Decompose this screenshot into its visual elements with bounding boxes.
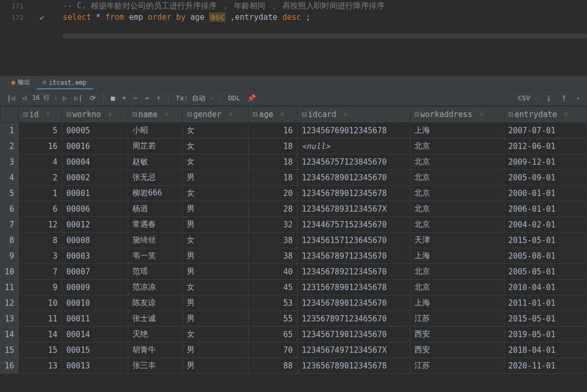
remove-row-icon[interactable]: −: [132, 94, 139, 102]
cell-idcard[interactable]: 123456719012345670: [297, 327, 410, 342]
cell-age[interactable]: 45: [249, 280, 298, 295]
ddl-button[interactable]: DDL: [227, 94, 242, 102]
sort-handle-icon[interactable]: ÷: [223, 110, 233, 119]
cell-entrydate[interactable]: 2004-02-01: [504, 217, 586, 233]
column-header-id[interactable]: ⊟id ÷: [19, 107, 62, 123]
column-header-age[interactable]: ⊟age ÷: [249, 107, 298, 123]
cell-idcard[interactable]: 123567897123465670: [297, 311, 410, 327]
table-row[interactable]: 11900009范凉凉女45123156789012345678北京2010-0…: [1, 280, 587, 295]
tab-output[interactable]: ▣ 输出: [5, 76, 37, 90]
cell-name[interactable]: 杨逍: [128, 201, 182, 217]
result-table[interactable]: ⊟id ÷⊟workno ÷⊟name ÷⊟gender ÷⊟age ÷⊟idc…: [0, 106, 587, 374]
cell-workaddress[interactable]: 北京: [410, 154, 504, 170]
cell-name[interactable]: 范瑶: [128, 264, 182, 280]
cell-name[interactable]: 黛绮丝: [128, 233, 182, 248]
cell-idcard[interactable]: 12345674971234567X: [297, 342, 410, 358]
cell-gender[interactable]: 男: [183, 217, 249, 233]
cell-age[interactable]: 28: [249, 201, 298, 217]
next-page-icon[interactable]: ▷: [61, 94, 69, 102]
cell-gender[interactable]: 男: [183, 311, 249, 327]
cell-gender[interactable]: 女: [183, 154, 249, 170]
cell-name[interactable]: 陈友谅: [128, 295, 182, 311]
cell-name[interactable]: 范凉凉: [128, 280, 182, 295]
cell-entrydate[interactable]: 2005-05-01: [504, 264, 586, 280]
cell-id[interactable]: 11: [19, 311, 62, 327]
cell-gender[interactable]: 男: [183, 248, 249, 264]
cell-workaddress[interactable]: 江苏: [410, 358, 504, 374]
cell-workno[interactable]: 00011: [62, 311, 128, 327]
prev-page-icon[interactable]: ◁: [21, 94, 28, 102]
column-header-name[interactable]: ⊟name ÷: [128, 107, 182, 123]
cell-entrydate[interactable]: 2000-01-01: [504, 186, 586, 201]
cell-age[interactable]: 38: [249, 233, 298, 248]
cell-workaddress[interactable]: 上海: [410, 123, 504, 139]
cell-age[interactable]: 40: [249, 264, 298, 280]
column-header-workno[interactable]: ⊟workno ÷: [62, 107, 128, 123]
table-row[interactable]: 3400004赵敏女18123456757123845670北京2009-12-…: [1, 154, 587, 170]
cell-id[interactable]: 3: [19, 248, 62, 264]
table-row[interactable]: 4200002张无忌男18123456789012345670北京2005-09…: [1, 170, 587, 186]
cell-workno[interactable]: 00003: [62, 248, 128, 264]
table-row[interactable]: 9300003韦一笑男38123456789712345670上海2005-08…: [1, 248, 587, 264]
cell-workaddress[interactable]: 上海: [410, 295, 504, 311]
cell-workno[interactable]: 00015: [62, 342, 128, 358]
cell-workno[interactable]: 00005: [62, 123, 128, 139]
cell-age[interactable]: 20: [249, 186, 298, 201]
cell-name[interactable]: 赵敏: [128, 154, 182, 170]
cell-gender[interactable]: 女: [183, 233, 249, 248]
sort-handle-icon[interactable]: ÷: [338, 110, 348, 119]
cell-workno[interactable]: 00004: [62, 154, 128, 170]
upload-icon[interactable]: ⭱: [559, 94, 569, 102]
cell-name[interactable]: 小昭: [128, 123, 182, 139]
cell-gender[interactable]: 女: [183, 327, 249, 342]
cell-id[interactable]: 1: [19, 186, 62, 201]
export-format-dropdown[interactable]: CSV ▾: [516, 94, 539, 102]
cell-workno[interactable]: 00012: [62, 217, 128, 233]
cell-entrydate[interactable]: 2015-05-01: [504, 311, 586, 327]
column-header-gender[interactable]: ⊟gender ÷: [183, 107, 249, 123]
cell-idcard[interactable]: <null>: [297, 139, 410, 154]
cell-entrydate[interactable]: 2020-11-01: [504, 358, 586, 374]
cell-gender[interactable]: 女: [183, 139, 249, 154]
cell-name[interactable]: 张士诚: [128, 311, 182, 327]
first-page-icon[interactable]: |◁: [5, 94, 17, 102]
sort-handle-icon[interactable]: ÷: [103, 110, 112, 119]
cell-id[interactable]: 4: [19, 154, 62, 170]
cell-workno[interactable]: 00007: [62, 264, 128, 280]
cell-idcard[interactable]: 123156789012345678: [297, 280, 410, 295]
cell-workaddress[interactable]: 北京: [410, 201, 504, 217]
cell-workaddress[interactable]: 北京: [410, 186, 504, 201]
cell-workno[interactable]: 00014: [62, 327, 128, 342]
cell-workaddress[interactable]: 北京: [410, 139, 504, 154]
table-row[interactable]: 8800008黛绮丝女38123456157123645670天津2015-05…: [1, 233, 587, 248]
cell-gender[interactable]: 女: [183, 123, 249, 139]
cell-id[interactable]: 15: [19, 342, 62, 358]
cell-gender[interactable]: 男: [183, 170, 249, 186]
cell-entrydate[interactable]: 2015-05-01: [504, 233, 586, 248]
cell-age[interactable]: 38: [249, 248, 298, 264]
cell-age[interactable]: 16: [249, 123, 298, 139]
sort-handle-icon[interactable]: ÷: [275, 110, 285, 119]
cell-workaddress[interactable]: 江苏: [410, 311, 504, 327]
cell-workaddress[interactable]: 西安: [410, 342, 504, 358]
horizontal-scrollbar[interactable]: [63, 33, 587, 39]
cell-name[interactable]: 周芷若: [128, 139, 182, 154]
cell-idcard[interactable]: 123656789012345678: [297, 358, 410, 374]
cell-entrydate[interactable]: 2018-04-01: [504, 342, 586, 358]
cell-idcard[interactable]: 123456789712345670: [297, 248, 410, 264]
cell-name[interactable]: 张无忌: [128, 170, 182, 186]
cell-idcard[interactable]: 123456789012345670: [297, 295, 410, 311]
cell-workaddress[interactable]: 北京: [410, 264, 504, 280]
cell-age[interactable]: 88: [249, 358, 298, 374]
cell-age[interactable]: 70: [249, 342, 298, 358]
tx-mode-dropdown[interactable]: Tx: 自动 ▾: [174, 94, 215, 103]
cell-id[interactable]: 8: [19, 233, 62, 248]
cell-workno[interactable]: 00009: [62, 280, 128, 295]
commit-icon[interactable]: ⇑: [155, 94, 162, 102]
cell-workaddress[interactable]: 北京: [410, 280, 504, 295]
cell-idcard[interactable]: 123456157123645670: [297, 233, 410, 248]
cell-id[interactable]: 10: [19, 295, 62, 311]
cell-name[interactable]: 柳岩666: [128, 186, 182, 201]
sort-handle-icon[interactable]: ÷: [475, 110, 484, 119]
download-icon[interactable]: ⭳: [544, 94, 554, 102]
